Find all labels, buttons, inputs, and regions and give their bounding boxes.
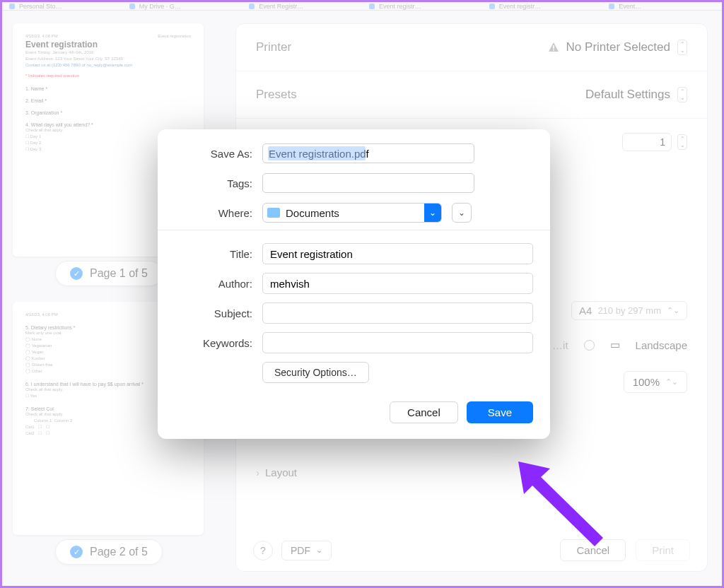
saveas-input[interactable] <box>262 143 474 163</box>
tags-label: Tags: <box>175 177 252 189</box>
keywords-label: Keywords: <box>175 337 252 349</box>
save-button[interactable]: Save <box>467 401 533 423</box>
author-input[interactable] <box>262 273 533 294</box>
chevron-updown-icon: ⌄ <box>424 203 441 223</box>
expand-button[interactable]: ⌄ <box>452 203 472 223</box>
saveas-label: Save As: <box>175 148 252 160</box>
folder-icon <box>267 208 280 218</box>
title-input[interactable] <box>262 243 533 264</box>
keywords-input[interactable] <box>262 332 533 353</box>
where-select[interactable]: Documents ⌄ <box>262 203 442 223</box>
author-label: Author: <box>175 278 252 290</box>
tags-input[interactable] <box>262 173 474 193</box>
chevron-down-icon: ⌄ <box>458 208 465 218</box>
title-label: Title: <box>175 248 252 260</box>
cancel-button[interactable]: Cancel <box>390 401 458 423</box>
where-label: Where: <box>175 207 252 219</box>
where-value: Documents <box>286 207 424 219</box>
security-options-button[interactable]: Security Options… <box>262 362 369 383</box>
subject-label: Subject: <box>175 307 252 319</box>
subject-input[interactable] <box>262 302 533 324</box>
save-sheet: Save As: Tags: Where: Documents ⌄ ⌄ Titl… <box>158 129 550 439</box>
